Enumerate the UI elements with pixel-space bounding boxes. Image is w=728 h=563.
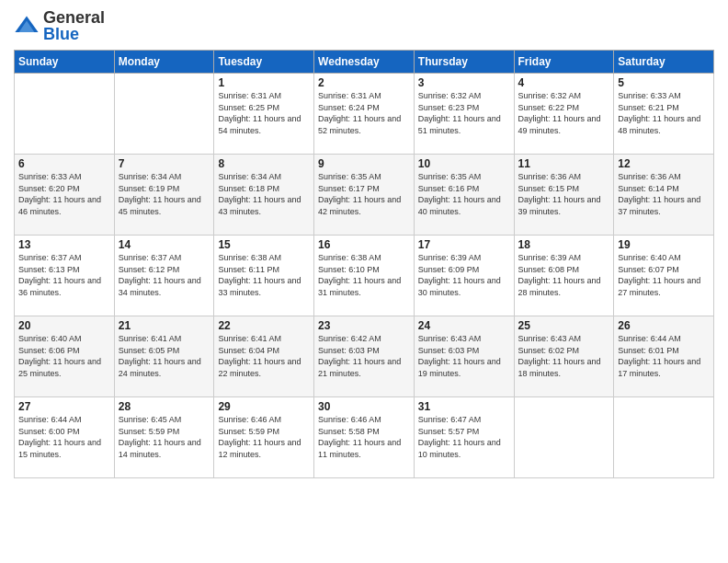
calendar-body: 1Sunrise: 6:31 AM Sunset: 6:25 PM Daylig…: [15, 74, 714, 478]
day-info: Sunrise: 6:44 AM Sunset: 6:01 PM Dayligh…: [618, 333, 710, 379]
day-number: 31: [418, 400, 510, 413]
calendar-cell: 29Sunrise: 6:46 AM Sunset: 5:59 PM Dayli…: [214, 397, 314, 478]
logo-blue: Blue: [43, 25, 79, 43]
day-number: 27: [18, 400, 110, 413]
day-info: Sunrise: 6:31 AM Sunset: 6:24 PM Dayligh…: [318, 90, 410, 136]
day-number: 12: [618, 157, 710, 170]
calendar-cell: 26Sunrise: 6:44 AM Sunset: 6:01 PM Dayli…: [614, 316, 714, 397]
calendar-cell: 30Sunrise: 6:46 AM Sunset: 5:58 PM Dayli…: [314, 397, 415, 478]
day-info: Sunrise: 6:40 AM Sunset: 6:06 PM Dayligh…: [18, 333, 110, 379]
day-header-thursday: Thursday: [414, 51, 514, 74]
day-number: 10: [418, 157, 510, 170]
day-info: Sunrise: 6:32 AM Sunset: 6:22 PM Dayligh…: [518, 90, 610, 136]
day-number: 6: [18, 157, 110, 170]
calendar-cell: 16Sunrise: 6:38 AM Sunset: 6:10 PM Dayli…: [314, 236, 415, 316]
day-info: Sunrise: 6:32 AM Sunset: 6:23 PM Dayligh…: [418, 90, 510, 136]
calendar-cell: 8Sunrise: 6:34 AM Sunset: 6:18 PM Daylig…: [214, 155, 314, 236]
logo: General Blue: [14, 9, 105, 42]
calendar-cell: 12Sunrise: 6:36 AM Sunset: 6:14 PM Dayli…: [614, 155, 714, 236]
day-info: Sunrise: 6:36 AM Sunset: 6:15 PM Dayligh…: [518, 171, 610, 217]
day-info: Sunrise: 6:33 AM Sunset: 6:21 PM Dayligh…: [618, 90, 710, 136]
day-number: 30: [318, 400, 410, 413]
calendar-cell: 20Sunrise: 6:40 AM Sunset: 6:06 PM Dayli…: [15, 316, 115, 397]
day-info: Sunrise: 6:43 AM Sunset: 6:03 PM Dayligh…: [418, 333, 510, 379]
day-number: 4: [518, 76, 610, 89]
day-number: 2: [318, 76, 410, 89]
day-number: 8: [218, 157, 310, 170]
calendar-header-row: SundayMondayTuesdayWednesdayThursdayFrid…: [15, 51, 714, 74]
calendar-cell: 2Sunrise: 6:31 AM Sunset: 6:24 PM Daylig…: [314, 74, 415, 155]
calendar-cell: 17Sunrise: 6:39 AM Sunset: 6:09 PM Dayli…: [414, 236, 514, 316]
day-number: 22: [218, 319, 310, 332]
header: General Blue: [14, 9, 714, 42]
calendar-cell: [114, 74, 214, 155]
day-number: 21: [119, 319, 210, 332]
calendar-cell: 31Sunrise: 6:47 AM Sunset: 5:57 PM Dayli…: [414, 397, 514, 478]
calendar-cell: 28Sunrise: 6:45 AM Sunset: 5:59 PM Dayli…: [114, 397, 214, 478]
day-info: Sunrise: 6:31 AM Sunset: 6:25 PM Dayligh…: [218, 90, 310, 136]
logo-general: General: [43, 8, 105, 27]
day-number: 25: [518, 319, 610, 332]
day-info: Sunrise: 6:33 AM Sunset: 6:20 PM Dayligh…: [18, 171, 110, 217]
calendar-cell: [514, 397, 614, 478]
calendar-cell: 4Sunrise: 6:32 AM Sunset: 6:22 PM Daylig…: [514, 74, 614, 155]
day-info: Sunrise: 6:41 AM Sunset: 6:05 PM Dayligh…: [119, 333, 210, 379]
week-row-5: 27Sunrise: 6:44 AM Sunset: 6:00 PM Dayli…: [15, 397, 714, 478]
day-number: 9: [318, 157, 410, 170]
day-number: 7: [119, 157, 210, 170]
day-number: 20: [18, 319, 110, 332]
calendar-cell: 23Sunrise: 6:42 AM Sunset: 6:03 PM Dayli…: [314, 316, 415, 397]
calendar-cell: 15Sunrise: 6:38 AM Sunset: 6:11 PM Dayli…: [214, 236, 314, 316]
calendar-cell: 25Sunrise: 6:43 AM Sunset: 6:02 PM Dayli…: [514, 316, 614, 397]
day-header-friday: Friday: [514, 51, 614, 74]
week-row-4: 20Sunrise: 6:40 AM Sunset: 6:06 PM Dayli…: [15, 316, 714, 397]
day-number: 16: [318, 238, 410, 251]
day-number: 19: [618, 238, 710, 251]
calendar-cell: 9Sunrise: 6:35 AM Sunset: 6:17 PM Daylig…: [314, 155, 415, 236]
day-info: Sunrise: 6:35 AM Sunset: 6:16 PM Dayligh…: [418, 171, 510, 217]
day-info: Sunrise: 6:38 AM Sunset: 6:11 PM Dayligh…: [218, 252, 310, 298]
day-number: 5: [618, 76, 710, 89]
calendar-cell: 14Sunrise: 6:37 AM Sunset: 6:12 PM Dayli…: [114, 236, 214, 316]
calendar-cell: 6Sunrise: 6:33 AM Sunset: 6:20 PM Daylig…: [15, 155, 115, 236]
day-number: 11: [518, 157, 610, 170]
calendar-cell: 11Sunrise: 6:36 AM Sunset: 6:15 PM Dayli…: [514, 155, 614, 236]
day-info: Sunrise: 6:45 AM Sunset: 5:59 PM Dayligh…: [119, 414, 210, 460]
day-info: Sunrise: 6:43 AM Sunset: 6:02 PM Dayligh…: [518, 333, 610, 379]
day-info: Sunrise: 6:34 AM Sunset: 6:18 PM Dayligh…: [218, 171, 310, 217]
day-header-wednesday: Wednesday: [314, 51, 415, 74]
calendar-cell: 1Sunrise: 6:31 AM Sunset: 6:25 PM Daylig…: [214, 74, 314, 155]
week-row-2: 6Sunrise: 6:33 AM Sunset: 6:20 PM Daylig…: [15, 155, 714, 236]
day-number: 17: [418, 238, 510, 251]
calendar-cell: 24Sunrise: 6:43 AM Sunset: 6:03 PM Dayli…: [414, 316, 514, 397]
calendar-cell: 27Sunrise: 6:44 AM Sunset: 6:00 PM Dayli…: [15, 397, 115, 478]
day-info: Sunrise: 6:39 AM Sunset: 6:09 PM Dayligh…: [418, 252, 510, 298]
day-info: Sunrise: 6:41 AM Sunset: 6:04 PM Dayligh…: [218, 333, 310, 379]
day-info: Sunrise: 6:38 AM Sunset: 6:10 PM Dayligh…: [318, 252, 410, 298]
day-number: 14: [119, 238, 210, 251]
day-info: Sunrise: 6:34 AM Sunset: 6:19 PM Dayligh…: [119, 171, 210, 217]
day-number: 24: [418, 319, 510, 332]
week-row-1: 1Sunrise: 6:31 AM Sunset: 6:25 PM Daylig…: [15, 74, 714, 155]
day-header-monday: Monday: [114, 51, 214, 74]
calendar-cell: 7Sunrise: 6:34 AM Sunset: 6:19 PM Daylig…: [114, 155, 214, 236]
day-info: Sunrise: 6:44 AM Sunset: 6:00 PM Dayligh…: [18, 414, 110, 460]
day-number: 28: [119, 400, 210, 413]
day-number: 3: [418, 76, 510, 89]
calendar-cell: 5Sunrise: 6:33 AM Sunset: 6:21 PM Daylig…: [614, 74, 714, 155]
calendar-cell: 19Sunrise: 6:40 AM Sunset: 6:07 PM Dayli…: [614, 236, 714, 316]
calendar-cell: [614, 397, 714, 478]
calendar: SundayMondayTuesdayWednesdayThursdayFrid…: [14, 50, 714, 478]
day-info: Sunrise: 6:39 AM Sunset: 6:08 PM Dayligh…: [518, 252, 610, 298]
day-info: Sunrise: 6:46 AM Sunset: 5:59 PM Dayligh…: [218, 414, 310, 460]
day-info: Sunrise: 6:37 AM Sunset: 6:12 PM Dayligh…: [119, 252, 210, 298]
day-info: Sunrise: 6:42 AM Sunset: 6:03 PM Dayligh…: [318, 333, 410, 379]
day-header-tuesday: Tuesday: [214, 51, 314, 74]
day-number: 15: [218, 238, 310, 251]
day-number: 1: [218, 76, 310, 89]
day-number: 29: [218, 400, 310, 413]
day-number: 13: [18, 238, 110, 251]
week-row-3: 13Sunrise: 6:37 AM Sunset: 6:13 PM Dayli…: [15, 236, 714, 316]
day-header-saturday: Saturday: [614, 51, 714, 74]
calendar-cell: 18Sunrise: 6:39 AM Sunset: 6:08 PM Dayli…: [514, 236, 614, 316]
